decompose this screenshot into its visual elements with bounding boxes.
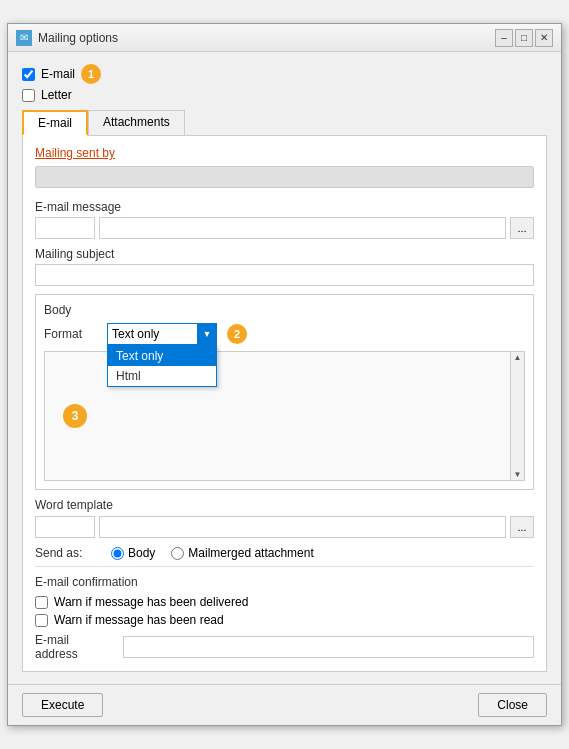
email-confirmation-section: E-mail confirmation Warn if message has … bbox=[35, 566, 534, 661]
word-template-input-small[interactable] bbox=[35, 516, 95, 538]
title-controls: – □ ✕ bbox=[495, 29, 553, 47]
mailing-subject-group: Mailing subject bbox=[35, 247, 534, 286]
format-option-text-only[interactable]: Text only bbox=[108, 346, 216, 366]
email-checkbox[interactable] bbox=[22, 68, 35, 81]
content-area: E-mail 1 Letter E-mail Attachments Maili… bbox=[8, 52, 561, 684]
mailing-subject-label: Mailing subject bbox=[35, 247, 534, 261]
format-row: Format Text only ▼ Text only Html 2 bbox=[44, 323, 525, 345]
mailing-sent-bar bbox=[35, 166, 534, 188]
scroll-up-arrow: ▲ bbox=[514, 353, 522, 362]
format-option-html[interactable]: Html bbox=[108, 366, 216, 386]
email-checkbox-label[interactable]: E-mail bbox=[41, 67, 75, 81]
email-panel: Mailing sent by E-mail message ... Maili… bbox=[22, 136, 547, 672]
email-address-row: E-mail address bbox=[35, 633, 534, 661]
email-message-input-small[interactable] bbox=[35, 217, 95, 239]
word-template-label: Word template bbox=[35, 498, 534, 512]
restore-button[interactable]: □ bbox=[515, 29, 533, 47]
title-bar-left: ✉ Mailing options bbox=[16, 30, 118, 46]
badge-3: 3 bbox=[63, 404, 87, 428]
body-label: Body bbox=[44, 303, 525, 317]
warn-read-checkbox[interactable] bbox=[35, 614, 48, 627]
send-as-radio-group: Body Mailmerged attachment bbox=[111, 546, 314, 560]
word-template-dots-button[interactable]: ... bbox=[510, 516, 534, 538]
footer: Execute Close bbox=[8, 684, 561, 725]
email-message-row: ... bbox=[35, 217, 534, 239]
email-confirmation-title: E-mail confirmation bbox=[35, 575, 534, 589]
word-template-input-large[interactable] bbox=[99, 516, 506, 538]
email-message-input-large[interactable] bbox=[99, 217, 506, 239]
send-as-mailmerge-label: Mailmerged attachment bbox=[188, 546, 313, 560]
letter-checkbox[interactable] bbox=[22, 89, 35, 102]
mailing-options-window: ✉ Mailing options – □ ✕ E-mail 1 Letter … bbox=[7, 23, 562, 726]
send-as-mailmerge-option[interactable]: Mailmerged attachment bbox=[171, 546, 313, 560]
tab-attachments[interactable]: Attachments bbox=[88, 110, 185, 136]
email-address-input[interactable] bbox=[123, 636, 534, 658]
letter-checkbox-label[interactable]: Letter bbox=[41, 88, 72, 102]
send-as-label: Send as: bbox=[35, 546, 105, 560]
format-label: Format bbox=[44, 327, 99, 341]
format-dropdown: Text only Html bbox=[107, 345, 217, 387]
email-message-label: E-mail message bbox=[35, 200, 534, 214]
warn-read-row: Warn if message has been read bbox=[35, 613, 534, 627]
warn-delivered-row: Warn if message has been delivered bbox=[35, 595, 534, 609]
send-as-row: Send as: Body Mailmerged attachment bbox=[35, 546, 534, 560]
send-as-mailmerge-radio[interactable] bbox=[171, 547, 184, 560]
window-icon: ✉ bbox=[16, 30, 32, 46]
format-select-wrapper: Text only ▼ Text only Html 2 bbox=[107, 323, 217, 345]
send-as-body-radio[interactable] bbox=[111, 547, 124, 560]
email-message-dots-button[interactable]: ... bbox=[510, 217, 534, 239]
word-template-row: ... bbox=[35, 516, 534, 538]
format-select-display[interactable]: Text only bbox=[107, 323, 217, 345]
badge-1: 1 bbox=[81, 64, 101, 84]
title-bar: ✉ Mailing options – □ ✕ bbox=[8, 24, 561, 52]
close-button[interactable]: Close bbox=[478, 693, 547, 717]
minimize-button[interactable]: – bbox=[495, 29, 513, 47]
letter-checkbox-row: Letter bbox=[22, 88, 547, 102]
warn-delivered-checkbox[interactable] bbox=[35, 596, 48, 609]
send-as-body-option[interactable]: Body bbox=[111, 546, 155, 560]
email-checkbox-row: E-mail 1 bbox=[22, 64, 547, 84]
mailing-subject-input[interactable] bbox=[35, 264, 534, 286]
word-template-group: Word template ... bbox=[35, 498, 534, 538]
badge-2: 2 bbox=[227, 324, 247, 344]
close-window-button[interactable]: ✕ bbox=[535, 29, 553, 47]
body-scrollbar[interactable]: ▲ ▼ bbox=[510, 352, 524, 480]
email-address-label: E-mail address bbox=[35, 633, 115, 661]
email-message-group: E-mail message ... bbox=[35, 200, 534, 239]
body-group: Body Format Text only ▼ Text only Html 2 bbox=[35, 294, 534, 490]
tabs-area: E-mail Attachments bbox=[22, 110, 547, 136]
window-title: Mailing options bbox=[38, 31, 118, 45]
mailing-sent-by-label[interactable]: Mailing sent by bbox=[35, 146, 534, 160]
tab-email[interactable]: E-mail bbox=[22, 110, 88, 136]
execute-button[interactable]: Execute bbox=[22, 693, 103, 717]
send-as-body-label: Body bbox=[128, 546, 155, 560]
scroll-down-arrow: ▼ bbox=[514, 470, 522, 479]
warn-delivered-label[interactable]: Warn if message has been delivered bbox=[54, 595, 248, 609]
warn-read-label[interactable]: Warn if message has been read bbox=[54, 613, 224, 627]
